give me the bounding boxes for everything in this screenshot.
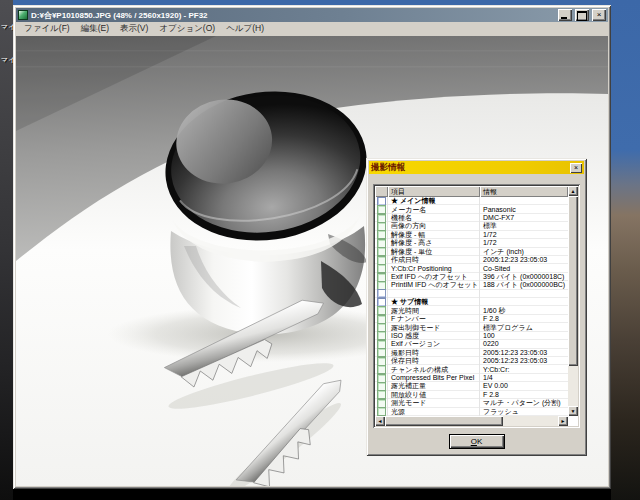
exif-item-name: 測光モード — [388, 399, 480, 407]
menu-help[interactable]: ヘルプ(H) — [221, 22, 269, 36]
exif-dialog-title: 撮影情報 — [371, 162, 570, 174]
exif-item-name: 解像度 - 幅 — [388, 231, 480, 239]
exif-row[interactable]: 解像度 - 高さ 1/72 — [375, 239, 568, 247]
menu-bar: ファイル(F) 編集(E) 表示(V) オプション(O) ヘルプ(H) — [16, 22, 608, 36]
exif-row[interactable]: 光源 フラッシュ — [375, 408, 568, 416]
exif-row[interactable]: 機種名 DMC-FX7 — [375, 214, 568, 222]
exif-row[interactable]: F ナンバー F 2.8 — [375, 315, 568, 323]
exif-row[interactable]: ★ メイン情報 — [375, 197, 568, 205]
dialog-close-icon[interactable]: × — [570, 163, 582, 173]
exif-item-name: メーカー名 — [388, 205, 480, 213]
desktop-icon-label[interactable]: マイ — [1, 22, 13, 32]
column-header-item[interactable]: 項目 — [388, 186, 480, 197]
desktop-background-right — [611, 0, 640, 500]
app-icon — [18, 10, 28, 20]
exif-row[interactable]: 保存日時 2005:12:23 23:05:03 — [375, 357, 568, 365]
menu-options[interactable]: オプション(O) — [154, 22, 220, 36]
exif-row[interactable]: Compressed Bits Per Pixel 1/4 — [375, 374, 568, 382]
exif-item-value: フラッシュ — [480, 408, 568, 416]
exif-row[interactable]: 露出制御モード 標準プログラム — [375, 323, 568, 331]
exif-item-value: 標準プログラム — [480, 323, 568, 331]
exif-item-value: 標準 — [480, 222, 568, 230]
exif-item-value: マルチ・パターン (分割) — [480, 399, 568, 407]
exif-row[interactable]: Exif バージョン 0220 — [375, 340, 568, 348]
horizontal-scrollbar[interactable]: ◄ ► — [375, 416, 568, 426]
menu-file[interactable]: ファイル(F) — [19, 22, 75, 36]
exif-row[interactable]: 測光モード マルチ・パターン (分割) — [375, 399, 568, 407]
exif-item-name: 露光時間 — [388, 306, 480, 314]
ok-button-label: OK — [450, 435, 504, 448]
exif-dialog: 撮影情報 × 項目 情報 ★ メイン情報 メーカー名 Panasonic 機種名… — [366, 158, 587, 456]
horizontal-scroll-track[interactable] — [503, 416, 558, 426]
exif-item-value: 2005:12:23 23:05:03 — [480, 349, 568, 357]
exif-listview: 項目 情報 ★ メイン情報 メーカー名 Panasonic 機種名 DMC-FX… — [373, 184, 580, 428]
column-header-value[interactable]: 情報 — [480, 186, 568, 197]
exif-item-value: EV 0.00 — [480, 382, 568, 390]
row-type-icon — [375, 408, 388, 416]
exif-item-value: 1/72 — [480, 239, 568, 247]
exif-row[interactable]: 解像度 - 単位 インチ (inch) — [375, 248, 568, 256]
exif-row[interactable]: Exif IFD へのオフセット 396 バイト (0x0000018C) — [375, 273, 568, 281]
exif-row[interactable]: Y:Cb:Cr Positioning Co-Sited — [375, 264, 568, 272]
exif-item-name: 画像の方向 — [388, 222, 480, 230]
exif-item-value: 0220 — [480, 340, 568, 348]
exif-item-value: 1/72 — [480, 231, 568, 239]
column-header-icon[interactable] — [375, 186, 388, 197]
exif-item-value: DMC-FX7 — [480, 214, 568, 222]
exif-row[interactable]: ★ サブ情報 — [375, 298, 568, 306]
exif-item-name — [388, 290, 480, 298]
exif-item-value: F 2.8 — [480, 391, 568, 399]
exif-row[interactable]: 露光補正量 EV 0.00 — [375, 382, 568, 390]
exif-row[interactable]: 撮影日時 2005:12:23 23:05:03 — [375, 349, 568, 357]
exif-item-name: Y:Cb:Cr Positioning — [388, 264, 480, 272]
menu-view[interactable]: 表示(V) — [115, 22, 153, 36]
exif-dialog-titlebar[interactable]: 撮影情報 × — [369, 161, 584, 174]
exif-row[interactable] — [375, 290, 568, 298]
exif-list-rows: ★ メイン情報 メーカー名 Panasonic 機種名 DMC-FX7 画像の方… — [375, 197, 568, 416]
exif-item-value: 2005:12:23 23:05:03 — [480, 357, 568, 365]
exif-item-name: Exif バージョン — [388, 340, 480, 348]
window-titlebar[interactable]: D:¥合¥P1010850.JPG (48% / 2560x1920) - PF… — [16, 8, 608, 22]
scroll-down-icon[interactable]: ▼ — [568, 406, 578, 416]
exif-item-value: 396 バイト (0x0000018C) — [480, 273, 568, 281]
vertical-scroll-thumb[interactable] — [568, 196, 578, 366]
vertical-scrollbar[interactable]: ▲ ▼ — [568, 186, 578, 416]
menu-edit[interactable]: 編集(E) — [76, 22, 114, 36]
exif-item-name: Exif IFD へのオフセット — [388, 273, 480, 281]
exif-item-name: 露光補正量 — [388, 382, 480, 390]
exif-row[interactable]: チャンネルの構成 Y:Cb:Cr: — [375, 365, 568, 373]
ok-button[interactable]: OK — [449, 434, 505, 449]
scroll-right-icon[interactable]: ► — [558, 416, 568, 426]
exif-row[interactable]: 露光時間 1/60 秒 — [375, 306, 568, 314]
exif-row[interactable]: 開放絞り値 F 2.8 — [375, 391, 568, 399]
exif-row[interactable]: ISO 感度 100 — [375, 332, 568, 340]
exif-item-value: F 2.8 — [480, 315, 568, 323]
row-type-icon — [375, 290, 388, 298]
close-button[interactable]: × — [592, 9, 606, 21]
exif-item-value: 2005:12:23 23:05:03 — [480, 256, 568, 264]
exif-row[interactable]: 画像の方向 標準 — [375, 222, 568, 230]
exif-item-value — [480, 290, 568, 298]
desktop: マイ マイ D:¥合¥P1010850.JPG (48% / 2560x1920… — [0, 0, 640, 500]
exif-row[interactable]: 解像度 - 幅 1/72 — [375, 231, 568, 239]
exif-row[interactable]: メーカー名 Panasonic — [375, 205, 568, 213]
scroll-left-icon[interactable]: ◄ — [375, 416, 385, 426]
minimize-button[interactable] — [558, 9, 572, 21]
exif-item-name: 解像度 - 単位 — [388, 248, 480, 256]
exif-item-name: 保存日時 — [388, 357, 480, 365]
exif-item-name: 撮影日時 — [388, 349, 480, 357]
scroll-up-icon[interactable]: ▲ — [568, 186, 578, 196]
exif-item-name: 機種名 — [388, 214, 480, 222]
exif-item-value: 1/4 — [480, 374, 568, 382]
exif-item-name: チャンネルの構成 — [388, 365, 480, 373]
exif-row[interactable]: 作成日時 2005:12:23 23:05:03 — [375, 256, 568, 264]
desktop-icon-label[interactable]: マイ — [1, 55, 13, 65]
desktop-background-left: マイ マイ — [0, 0, 13, 500]
exif-item-value: 1/60 秒 — [480, 306, 568, 314]
exif-item-value: Co-Sited — [480, 264, 568, 272]
maximize-button[interactable] — [575, 9, 589, 21]
exif-item-name: 開放絞り値 — [388, 391, 480, 399]
horizontal-scroll-thumb[interactable] — [385, 416, 503, 426]
exif-row[interactable]: PrintIM IFD へのオフセット 188 バイト (0x000000BC) — [375, 281, 568, 289]
window-title: D:¥合¥P1010850.JPG (48% / 2560x1920) - PF… — [31, 10, 555, 21]
